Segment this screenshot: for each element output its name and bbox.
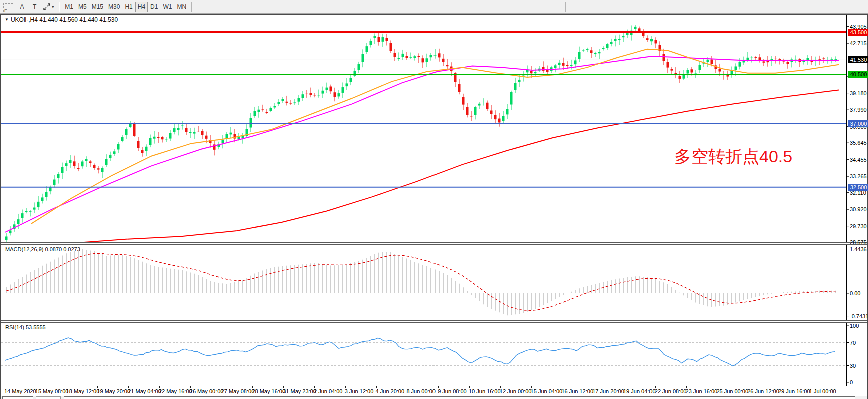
date-label: 16 Jun 12:00 — [561, 388, 593, 394]
text-tool-button[interactable]: T — [28, 2, 41, 12]
timeframe-button-w1[interactable]: W1 — [160, 2, 174, 12]
date-label: 8 Jun 00:00 — [406, 388, 436, 394]
date-label: 3 Jun 12:00 — [345, 388, 374, 394]
rsi-tick-label: 70 — [850, 340, 868, 346]
ma-orange — [31, 49, 839, 224]
rsi-line — [5, 338, 835, 366]
rsi-tick-label: 0 — [850, 379, 868, 386]
price-tick-label: 37.990 — [850, 107, 868, 113]
macd-tick-label: 1.4436 — [850, 246, 868, 253]
toolbar-grip-icon[interactable]: F — [3, 3, 13, 12]
date-label: 15 May 08:00 — [35, 388, 69, 394]
price-tick-label: 34.455 — [850, 157, 868, 163]
toolbar-separator — [565, 2, 566, 12]
date-label: 22 May 16:00 — [159, 388, 192, 394]
price-tick-label: 35.645 — [850, 140, 868, 146]
price-badge-32.500: 32.500 — [848, 184, 868, 191]
date-label: 9 Jun 08:00 — [438, 388, 467, 394]
toolbar-separator — [191, 2, 192, 12]
date-label: 19 May 20:00 — [97, 388, 130, 394]
price-badge-37.000: 37.000 — [848, 120, 868, 127]
date-label: 26 May 00:00 — [190, 388, 224, 394]
timeframe-button-h4[interactable]: H4 — [135, 2, 148, 12]
timeframe-button-d1[interactable]: D1 — [148, 2, 160, 12]
chart-tab[interactable] — [36, 396, 61, 399]
date-label: 27 May 08:00 — [221, 388, 255, 394]
price-tick-label: 42.715 — [850, 40, 868, 47]
price-badge-43.500: 43.500 — [848, 29, 868, 36]
toolbar-separator — [59, 2, 60, 12]
price-tick-label: 28.575 — [850, 239, 868, 246]
date-label: 25 Jun 00:00 — [716, 388, 748, 394]
timeframe-button-m30[interactable]: M30 — [106, 2, 122, 12]
date-label: 18 May 12:00 — [66, 388, 100, 394]
grip-label: F — [4, 8, 7, 13]
date-label: 12 Jun 00:00 — [500, 388, 532, 394]
chart-title-text: UKOil-,H4 41.440 41.560 41.440 41.530 — [11, 16, 118, 23]
collapse-triangle-icon[interactable]: ▼ — [5, 17, 9, 22]
date-label: 26 Jun 12:00 — [747, 388, 779, 394]
timeframe-button-mn[interactable]: MN — [174, 2, 189, 12]
price-badge-40.500: 40.500 — [848, 71, 868, 78]
macd-tick-label: -0.7431 — [850, 313, 868, 320]
timeframe-group: M1M5M15M30H1H4D1W1MN — [62, 2, 189, 12]
annotation-tool-button[interactable]: A — [16, 2, 28, 12]
date-label: 14 May 2020 — [4, 388, 36, 394]
timeframe-button-m5[interactable]: M5 — [76, 2, 89, 12]
price-tick-label: 39.180 — [850, 90, 868, 97]
date-axis[interactable]: 14 May 202015 May 08:0018 May 12:0019 Ma… — [1, 386, 867, 396]
timeframe-button-h1[interactable]: H1 — [122, 2, 135, 12]
dropdown-caret-icon: ▾ — [52, 5, 54, 9]
shapes-tool-button[interactable]: ▾ — [41, 2, 56, 12]
toolbar: F A T ▾ M1M5M15M30H1H4D1W1MN — [0, 0, 868, 14]
date-label: 23 Jun 16:00 — [686, 388, 718, 394]
timeframe-button-m1[interactable]: M1 — [62, 2, 76, 12]
annotation-tool-label: A — [20, 3, 24, 10]
chart-tab[interactable] — [64, 396, 855, 399]
macd-label: MACD(12,26,9) 0.0870 0.0273 — [5, 246, 80, 252]
date-label: 1 Jul 00:00 — [809, 388, 836, 394]
timeframe-button-m15[interactable]: M15 — [89, 2, 106, 12]
rsi-tick-label: 100 — [850, 323, 868, 329]
rsi-panel[interactable]: RSI(14) 53.5555 10070300 — [1, 322, 867, 386]
macd-plot — [1, 245, 867, 321]
main-chart-plot — [1, 15, 867, 244]
price-tick-label: 33.265 — [850, 173, 868, 180]
chart-window: ▼UKOil-,H4 41.440 41.560 41.440 41.530 多… — [0, 14, 868, 399]
date-label: 28 May 16:00 — [252, 388, 285, 394]
candles-layer — [5, 25, 837, 243]
chart-tab-strip — [1, 396, 867, 399]
date-label: 29 Jun 16:00 — [778, 388, 810, 394]
date-label: 10 Jun 16:00 — [469, 388, 501, 394]
date-label: 2 Jun 04:00 — [314, 388, 343, 394]
rsi-plot — [1, 323, 867, 386]
macd-panel[interactable]: MACD(12,26,9) 0.0870 0.0273 1.44360.00-0… — [1, 244, 867, 321]
arrows-icon — [43, 3, 51, 10]
date-label: 31 May 23:00 — [283, 388, 316, 394]
price-tick-label: 29.730 — [850, 223, 868, 230]
date-label: 22 Jun 08:00 — [655, 388, 687, 394]
price-badge-41.530: 41.530 — [848, 56, 868, 63]
date-label: 15 Jun 04:00 — [531, 388, 563, 394]
ma-magenta — [5, 56, 839, 232]
date-label: 4 Jun 20:00 — [376, 388, 405, 394]
main-chart-panel[interactable]: ▼UKOil-,H4 41.440 41.560 41.440 41.530 多… — [1, 15, 867, 244]
chart-title: ▼UKOil-,H4 41.440 41.560 41.440 41.530 — [5, 16, 118, 23]
price-tick-label: 30.920 — [850, 206, 868, 213]
date-label: 19 Jun 04:00 — [623, 388, 656, 394]
rsi-tick-label: 30 — [850, 363, 868, 369]
chart-annotation: 多空转折点40.5 — [674, 145, 792, 168]
date-label: 21 May 04:00 — [128, 388, 161, 394]
chart-tab[interactable] — [2, 396, 33, 399]
date-label: 17 Jun 20:00 — [592, 388, 624, 394]
rsi-label: RSI(14) 53.5555 — [5, 324, 46, 330]
macd-tick-label: 0.00 — [850, 290, 868, 297]
text-tool-label: T — [31, 3, 38, 11]
